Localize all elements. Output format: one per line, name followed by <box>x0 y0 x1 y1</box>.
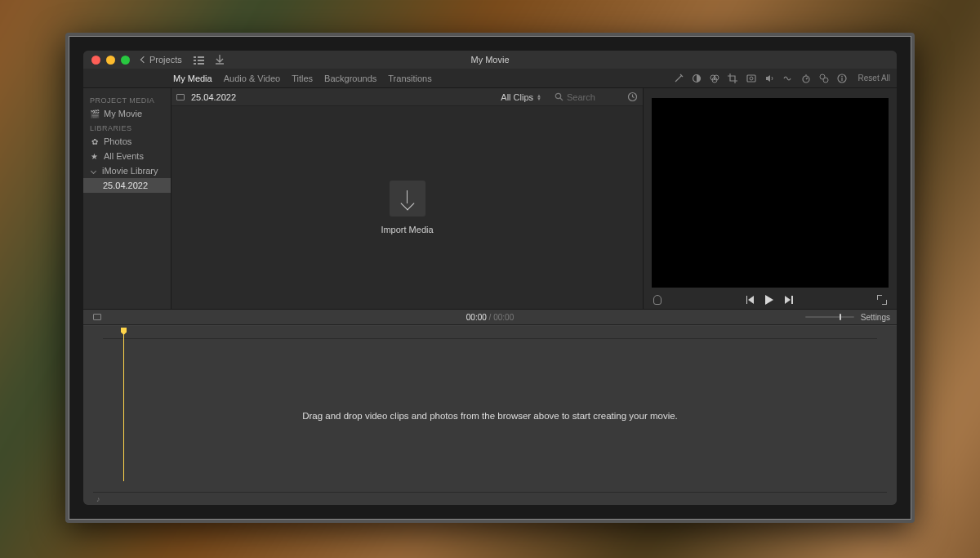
sidebar-item-label: Photos <box>104 136 131 146</box>
import-media-label: Import Media <box>381 225 433 234</box>
sidebar-item-photos[interactable]: ✿ Photos <box>83 134 171 149</box>
sidebar-item-imovie-library[interactable]: iMovie Library <box>83 163 171 178</box>
playhead-line <box>123 334 124 481</box>
reset-all-button[interactable]: Reset All <box>858 74 890 83</box>
search-input[interactable] <box>567 92 616 102</box>
search-field[interactable] <box>555 92 616 102</box>
timecode-display: 00:00 / 00:00 <box>83 313 897 322</box>
library-list-icon[interactable] <box>194 56 204 65</box>
filmstrip-view-icon[interactable] <box>176 94 185 100</box>
skip-forward-icon <box>785 296 791 304</box>
next-button[interactable] <box>785 296 793 304</box>
sidebar-item-label: iMovie Library <box>102 166 158 176</box>
clapperboard-icon: 🎬 <box>90 109 99 118</box>
browser-toolbar: 25.04.2022 All Clips ▲▼ <box>172 88 643 106</box>
back-label: Projects <box>149 55 182 65</box>
sidebar-header-libraries: LIBRARIES <box>83 121 171 134</box>
sidebar-header-project-media: PROJECT MEDIA <box>83 93 171 106</box>
timeline-footer: ♪ <box>93 492 887 505</box>
previous-button[interactable] <box>746 296 755 304</box>
color-correction-icon[interactable] <box>710 74 719 83</box>
clips-filter-label: All Clips <box>501 92 533 102</box>
noise-reduction-icon[interactable] <box>783 74 793 83</box>
tab-my-media[interactable]: My Media <box>173 70 212 87</box>
window-title: My Movie <box>83 55 897 65</box>
fullscreen-button[interactable] <box>121 56 130 65</box>
titlebar: Projects My Movie <box>83 51 897 69</box>
viewer-controls <box>652 291 889 309</box>
mic-icon <box>653 295 662 305</box>
fullscreen-viewer-button[interactable] <box>877 295 887 305</box>
svg-point-18 <box>555 93 560 98</box>
download-arrow-icon <box>401 190 414 207</box>
search-icon <box>555 92 564 101</box>
svg-point-11 <box>750 77 753 80</box>
sidebar-item-label: 25.04.2022 <box>103 181 148 190</box>
timeline-ruler[interactable] <box>103 326 877 339</box>
skip-back-icon <box>748 296 754 304</box>
play-button[interactable] <box>765 295 773 305</box>
window-controls <box>91 56 130 65</box>
svg-rect-17 <box>841 78 842 81</box>
media-browser: 25.04.2022 All Clips ▲▼ Import Me <box>172 88 644 309</box>
clips-filter-dropdown[interactable]: All Clips ▲▼ <box>501 92 541 102</box>
expand-icon <box>877 295 887 305</box>
timeline[interactable]: Drag and drop video clips and photos fro… <box>83 325 897 505</box>
current-time: 00:00 <box>466 313 487 322</box>
speed-icon[interactable] <box>801 74 811 83</box>
sidebar-item-label: All Events <box>104 151 144 161</box>
crop-icon[interactable] <box>728 74 737 83</box>
star-icon: ★ <box>90 152 99 161</box>
app-window: Projects My Movie My Media Audio & Video… <box>83 51 897 505</box>
import-icon[interactable] <box>216 55 224 65</box>
tab-titles[interactable]: Titles <box>292 70 313 87</box>
svg-rect-1 <box>194 60 196 61</box>
info-icon[interactable] <box>837 74 847 83</box>
clock-icon[interactable] <box>627 92 638 102</box>
close-button[interactable] <box>91 56 100 65</box>
svg-rect-3 <box>198 56 204 58</box>
minimize-button[interactable] <box>106 56 115 65</box>
timeline-settings-button[interactable]: Settings <box>861 313 890 322</box>
svg-rect-5 <box>198 63 204 65</box>
timeline-toolbar: 00:00 / 00:00 Settings <box>83 309 897 325</box>
viewer-canvas[interactable] <box>652 98 889 288</box>
timeline-tracks[interactable]: Drag and drop video clips and photos fro… <box>83 339 897 492</box>
color-balance-icon[interactable] <box>692 74 702 83</box>
volume-icon[interactable] <box>765 74 775 83</box>
zoom-slider[interactable] <box>805 316 854 318</box>
voiceover-button[interactable] <box>653 295 662 305</box>
timeline-empty-message: Drag and drop video clips and photos fro… <box>302 411 678 421</box>
audio-track-icon[interactable]: ♪ <box>96 495 100 503</box>
sidebar-item-label: My Movie <box>104 109 142 118</box>
import-media-button[interactable] <box>390 181 425 217</box>
tab-audio-video[interactable]: Audio & Video <box>224 70 281 87</box>
clip-filter-icon[interactable] <box>819 74 829 83</box>
chevron-down-icon <box>91 167 96 173</box>
monitor-frame: Projects My Movie My Media Audio & Video… <box>65 33 915 523</box>
tab-transitions[interactable]: Transitions <box>388 70 431 87</box>
play-icon <box>765 295 773 305</box>
browser-event-title: 25.04.2022 <box>191 92 236 102</box>
svg-point-14 <box>823 78 828 83</box>
back-to-projects-button[interactable]: Projects <box>141 55 182 65</box>
svg-rect-0 <box>194 56 196 58</box>
chevron-left-icon <box>140 56 147 63</box>
tab-backgrounds[interactable]: Backgrounds <box>324 70 376 87</box>
photos-icon: ✿ <box>90 137 99 146</box>
sidebar: PROJECT MEDIA 🎬 My Movie LIBRARIES ✿ Pho… <box>83 88 172 309</box>
upper-pane: PROJECT MEDIA 🎬 My Movie LIBRARIES ✿ Pho… <box>83 88 897 309</box>
sidebar-item-event[interactable]: 25.04.2022 <box>83 178 171 193</box>
svg-rect-10 <box>747 75 755 82</box>
sidebar-item-project[interactable]: 🎬 My Movie <box>83 106 171 121</box>
svg-rect-4 <box>198 60 204 61</box>
svg-point-16 <box>841 75 843 77</box>
viewer-pane <box>644 88 897 309</box>
svg-rect-2 <box>194 63 196 65</box>
updown-icon: ▲▼ <box>537 94 541 100</box>
stabilization-icon[interactable] <box>746 74 757 83</box>
browser-content[interactable]: Import Media <box>172 106 643 309</box>
enhance-icon[interactable] <box>674 74 684 83</box>
tabs-toolbar: My Media Audio & Video Titles Background… <box>83 69 897 88</box>
sidebar-item-all-events[interactable]: ★ All Events <box>83 149 171 163</box>
